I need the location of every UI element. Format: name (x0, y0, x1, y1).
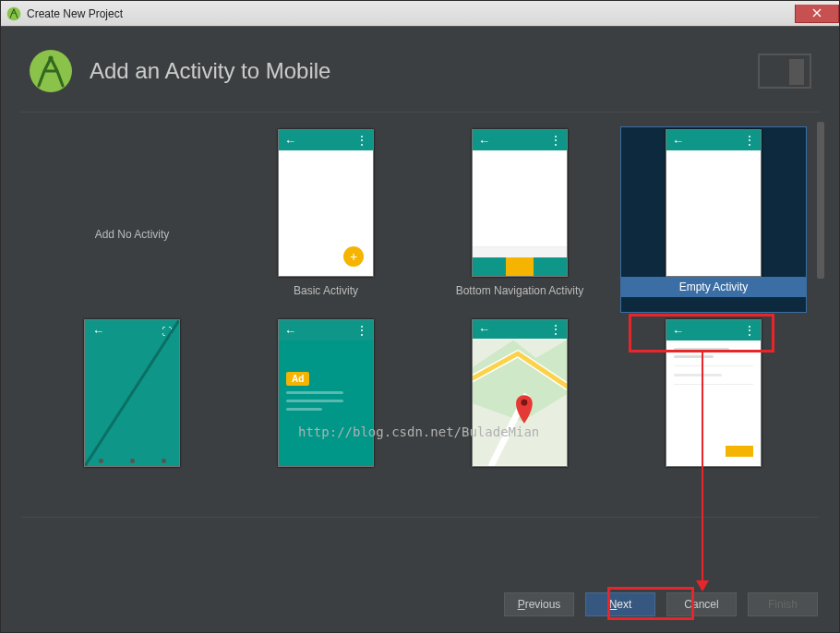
svg-line-6 (85, 320, 179, 466)
back-arrow-icon: ← (672, 134, 684, 148)
annotation-arrow-line (702, 352, 703, 587)
gallery-item-label: Basic Activity (294, 284, 358, 297)
gallery-item-fullscreen[interactable]: ← ⛶ (40, 317, 224, 502)
thumb-appbar: ← ⋮ (666, 320, 761, 340)
gallery-item-empty-activity[interactable]: ← ⋮ Empty Activity (621, 127, 806, 312)
svg-marker-10 (696, 580, 709, 591)
annotation-arrow-head-icon (696, 580, 709, 591)
finish-button: Finish (748, 592, 818, 616)
overflow-menu-icon: ⋮ (355, 323, 367, 338)
previous-button[interactable]: Previous (504, 592, 574, 616)
thumbnail: ← ⋮ (666, 319, 762, 467)
back-arrow-icon: ← (284, 134, 296, 148)
overflow-menu-icon: ⋮ (549, 322, 561, 337)
gallery-item-basic-activity[interactable]: ← ⋮ + Basic Activity (234, 127, 418, 312)
gallery-item-label: Add No Activity (40, 161, 224, 308)
thumb-bottomnav (473, 257, 567, 276)
wizard-header: Add an Activity to Mobile (1, 27, 839, 112)
thumb-appbar: ← ⋮ (279, 130, 373, 150)
overflow-menu-icon: ⋮ (743, 133, 755, 148)
thumbnail: ← ⛶ (84, 319, 180, 467)
page-title: Add an Activity to Mobile (90, 58, 330, 84)
svg-point-1 (13, 8, 15, 10)
thumbnail: ← ⋮ (666, 129, 762, 277)
cancel-button[interactable]: Cancel (666, 592, 737, 616)
vertical-scrollbar[interactable] (817, 113, 824, 517)
fab-icon: + (343, 246, 364, 267)
next-button[interactable]: Next (585, 592, 655, 616)
gallery-item-maps[interactable]: ← ⋮ (427, 317, 612, 502)
thumbnail: ← ⋮ Ad (278, 319, 374, 467)
scrollbar-thumb[interactable] (817, 122, 824, 279)
overflow-menu-icon: ⋮ (355, 133, 367, 148)
thumb-appbar: ← ⋮ (279, 320, 373, 340)
back-arrow-icon: ← (284, 324, 296, 338)
gallery-item-bottom-navigation[interactable]: ← ⋮ Bottom Navigation Activity (427, 127, 612, 312)
thumbnail: ← ⋮ + (278, 129, 374, 277)
activity-gallery: http://blog.csdn.net/BuladeMian Add No A… (21, 113, 817, 517)
thumbnail: ← ⋮ (472, 319, 568, 467)
wizard-button-row: Previous Next Cancel Finish (504, 592, 818, 616)
gallery-item-label: Bottom Navigation Activity (456, 284, 584, 297)
device-phone-icon (758, 54, 811, 89)
thumb-appbar: ← ⋮ (666, 130, 761, 150)
thumb-appbar: ← ⋮ (473, 320, 567, 339)
overflow-menu-icon: ⋮ (549, 133, 561, 148)
thumb-appbar: ← ⋮ (473, 130, 567, 150)
gallery-item-label: Empty Activity (679, 281, 749, 293)
ad-badge: Ad (286, 372, 309, 386)
svg-rect-5 (789, 59, 804, 85)
back-arrow-icon: ← (478, 322, 490, 336)
close-button[interactable] (795, 5, 839, 23)
activity-gallery-panel: http://blog.csdn.net/BuladeMian Add No A… (21, 112, 819, 518)
thumbnail: ← ⋮ (472, 129, 568, 277)
gallery-item-no-activity[interactable]: Add No Activity (40, 127, 224, 312)
back-arrow-icon: ← (672, 324, 684, 338)
android-studio-icon (6, 6, 21, 21)
window-titlebar: Create New Project (1, 1, 839, 27)
close-icon (812, 8, 822, 18)
gallery-item-admob[interactable]: ← ⋮ Ad (234, 317, 418, 502)
window-title: Create New Project (27, 7, 123, 20)
svg-point-3 (48, 55, 53, 60)
back-arrow-icon: ← (478, 134, 490, 148)
android-studio-logo-icon (29, 49, 73, 93)
map-icon (473, 339, 567, 466)
thumb-button-icon (726, 446, 753, 457)
overflow-menu-icon: ⋮ (743, 323, 755, 338)
svg-point-9 (521, 399, 527, 405)
gallery-item-login[interactable]: ← ⋮ (621, 317, 806, 502)
